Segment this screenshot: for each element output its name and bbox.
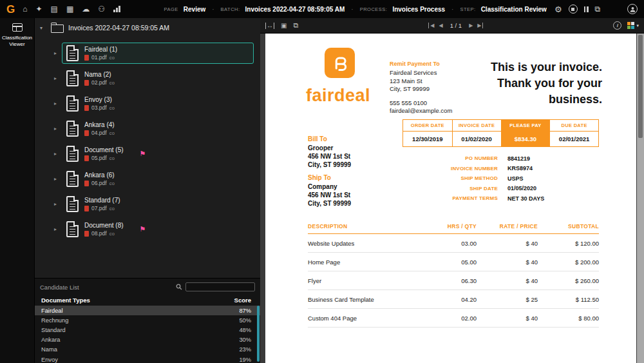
chevron-right-icon[interactable]: ▸	[54, 126, 62, 132]
stop-icon[interactable]	[569, 5, 578, 14]
batch-label: BATCH:	[221, 6, 240, 12]
chevron-right-icon[interactable]: ▸	[54, 50, 62, 56]
tree-item-envoy[interactable]: ▸ Envoy (3) 03.pdfco	[35, 91, 260, 116]
summary-header-due-date: DUE DATE	[549, 120, 598, 131]
file-name: 08.pdf	[91, 230, 107, 237]
fit-width-icon[interactable]: ↔	[265, 23, 274, 29]
document-card[interactable]: Ankara (4) 04.pdfco	[62, 118, 254, 139]
chevron-down-icon[interactable]: ▾	[40, 25, 46, 31]
tasks-icon[interactable]: ✦	[35, 5, 42, 14]
settings-gear-icon[interactable]: ⚙	[554, 5, 562, 14]
document-icon	[66, 146, 79, 162]
remit-block: Remit Payment To Fairdeal Services 123 M…	[390, 61, 486, 115]
candidate-row-nama[interactable]: Nama23%	[35, 345, 260, 355]
user-icon[interactable]	[627, 4, 638, 14]
document-card[interactable]: Document (8) 08.pdfco ⚑	[62, 219, 254, 240]
document-label: Fairdeal (1)	[84, 46, 117, 53]
previous-page-icon[interactable]: ◀	[439, 23, 442, 28]
pages-icon[interactable]: ⧉	[293, 21, 298, 30]
chevron-right-icon[interactable]: ▸	[54, 201, 62, 207]
journal-icon[interactable]: ⧉	[595, 5, 601, 14]
document-card[interactable]: Fairdeal (1) 01.pdfco	[62, 43, 254, 64]
next-page-icon[interactable]: ▶	[469, 23, 473, 28]
home-icon[interactable]: ⌂	[23, 5, 27, 14]
bill-to-line: City, ST 99999	[308, 161, 351, 169]
tree-item-nama[interactable]: ▸ Nama (2) 02.pdfco	[35, 66, 260, 91]
import-icon[interactable]: ▦	[66, 5, 73, 14]
last-page-icon[interactable]: ▶	[477, 23, 483, 28]
items-header-rate: RATE / PRICE	[477, 223, 538, 230]
item-subtotal: $ 200.00	[538, 259, 599, 266]
info-icon[interactable]: i	[613, 21, 621, 30]
topbar-right-group: ⚙ ⧉ ?	[554, 4, 644, 14]
detail-label: SHIP METHOD	[402, 175, 498, 181]
remit-line: Fairdeal Services	[390, 69, 486, 77]
chevron-right-icon[interactable]: ▸	[54, 75, 62, 81]
tree-item-document-8[interactable]: ▸ Document (8) 08.pdfco ⚑	[35, 217, 260, 242]
candidate-row-envoy[interactable]: Envoy19%	[35, 355, 260, 363]
flag-icon: ⚑	[140, 225, 146, 233]
item-description: Website Updates	[308, 240, 428, 247]
classification-viewer-icon[interactable]	[12, 23, 23, 32]
item-qty: 06.30	[428, 277, 477, 284]
document-card[interactable]: Nama (2) 02.pdfco	[62, 68, 254, 89]
select-area-icon[interactable]: ▣	[281, 22, 287, 29]
pdf-icon	[84, 105, 89, 111]
item-rate: $ 25	[477, 296, 538, 303]
process-label: PROCESS:	[360, 6, 388, 12]
chevron-right-icon[interactable]: ▸	[54, 101, 62, 106]
viewer-scrollbar[interactable]	[637, 34, 644, 363]
classification-viewer-label[interactable]: Classification Viewer	[0, 35, 34, 48]
document-card[interactable]: Envoy (3) 03.pdfco	[62, 93, 254, 114]
pause-icon[interactable]	[584, 6, 589, 12]
detail-value: 8841219	[507, 155, 530, 162]
candidate-search-input[interactable]	[188, 283, 252, 291]
stats-icon[interactable]	[113, 6, 120, 12]
tree-item-fairdeal[interactable]: ▸ Fairdeal (1) 01.pdfco	[35, 41, 260, 66]
tree-item-document-5[interactable]: ▸ Document (5) 05.pdfco ⚑	[35, 141, 260, 166]
candidate-name: Fairdeal	[41, 308, 63, 314]
document-card[interactable]: Document (5) 05.pdfco ⚑	[62, 143, 254, 164]
candidate-row-rechnung[interactable]: Rechnung50%	[35, 315, 260, 325]
file-name: 07.pdf	[91, 205, 107, 211]
candidate-row-fairdeal[interactable]: Fairdeal87%	[35, 306, 260, 315]
chevron-right-icon[interactable]: ▸	[54, 151, 62, 157]
document-card[interactable]: Standard (7) 07.pdfco	[62, 193, 254, 215]
pdf-icon	[84, 155, 89, 161]
chevron-down-icon: ▾	[636, 23, 639, 28]
tree-item-ankara-4[interactable]: ▸ Ankara (4) 04.pdfco	[35, 116, 260, 141]
table-row: Website Updates 03.00 $ 40 $ 120.00	[308, 234, 599, 253]
item-description: Flyer	[308, 277, 428, 284]
candidate-score: 23%	[239, 346, 251, 353]
first-page-icon[interactable]: ◀	[428, 23, 434, 28]
file-name: 04.pdf	[91, 130, 107, 136]
tree-item-standard[interactable]: ▸ Standard (7) 07.pdfco	[35, 191, 260, 217]
cloud-upload-icon[interactable]: ☁	[82, 5, 90, 14]
candidate-row-ankara[interactable]: Ankara30%	[35, 335, 260, 345]
summary-header-order-date: ORDER DATE	[403, 120, 452, 131]
summary-header-invoice-date: INVOICE DATE	[452, 120, 501, 131]
chevron-right-icon[interactable]: ▸	[54, 176, 62, 182]
items-header-description: DESCRIPTION	[308, 223, 428, 230]
users-icon[interactable]: ⚇	[98, 5, 105, 14]
file-name: 06.pdf	[91, 180, 107, 186]
page-value: Review	[184, 6, 205, 13]
column-header-score: Score	[234, 297, 251, 304]
candidate-score: 19%	[239, 357, 251, 363]
document-label: Envoy (3)	[84, 96, 115, 103]
candidate-row-standard[interactable]: Standard48%	[35, 325, 260, 335]
chevron-right-icon[interactable]: ▸	[54, 226, 62, 232]
archive-icon[interactable]: ▤	[51, 5, 58, 14]
tree-item-ankara-6[interactable]: ▸ Ankara (6) 06.pdfco	[35, 166, 260, 191]
search-icon	[176, 284, 182, 290]
app-logo[interactable]: G	[6, 4, 15, 15]
process-value: Invoices Process	[392, 6, 445, 13]
layout-grid-icon[interactable]: ▾	[627, 22, 639, 29]
document-card[interactable]: Ankara (6) 06.pdfco	[62, 168, 254, 190]
tree-root[interactable]: ▾ Invoices 2022-04-27 08:59:05 AM	[35, 18, 260, 35]
candidate-list-scrollbar[interactable]	[257, 306, 260, 362]
scrollbar-thumb[interactable]	[638, 35, 643, 138]
item-subtotal: $ 112.50	[538, 296, 599, 303]
summary-value-due-date: 02/01/2021	[549, 131, 598, 146]
document-page-canvas[interactable]: fairdeal Remit Payment To Fairdeal Servi…	[265, 34, 636, 363]
